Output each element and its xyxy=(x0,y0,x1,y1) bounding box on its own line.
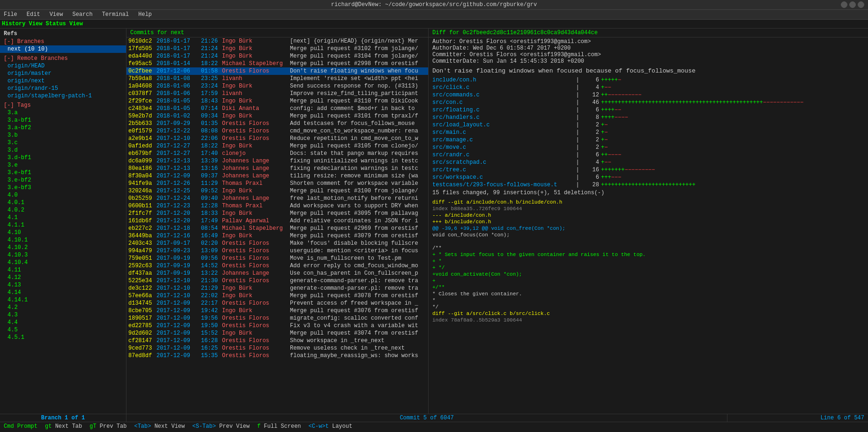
tag-item[interactable]: 3.e-bf2 xyxy=(0,176,126,184)
commit-date: 2017-12-09 xyxy=(156,337,201,344)
window-controls[interactable] xyxy=(841,1,864,8)
minimize-button[interactable] xyxy=(841,1,847,8)
commit-row[interactable]: 1a046082018-01-0623:24Ingo BürkSend succ… xyxy=(126,82,428,90)
commit-row[interactable]: eb679bf2017-12-2717:40clonejoDocs: state… xyxy=(126,150,428,157)
commit-row[interactable]: 87ed8df2017-12-0915:35Orestis Florosfloa… xyxy=(126,352,428,359)
commit-row[interactable]: 0600b112017-12-2312:28Thomas PraxlAdd wo… xyxy=(126,202,428,210)
commit-row[interactable]: 759e0512017-09-1909:56Orestis FlorosMove… xyxy=(126,255,428,262)
tag-item[interactable]: 4.11 xyxy=(0,266,126,274)
tag-item[interactable]: 4.5.1 xyxy=(0,334,126,341)
commit-row[interactable]: dc6a0992017-12-1313:39Johannes Langefixi… xyxy=(126,157,428,165)
menu-item-view[interactable]: View xyxy=(48,11,65,18)
commit-row[interactable]: cf281472017-12-0916:28Orestis FlorosShow… xyxy=(126,337,428,344)
commit-row[interactable]: eb227c22017-12-1808:54Michael Stapelberg… xyxy=(126,225,428,232)
commit-row[interactable]: e0f15792017-12-2208:08Orestis Floroscmd_… xyxy=(126,127,428,135)
commit-row[interactable]: ed227852017-12-0919:50Orestis FlorosFix … xyxy=(126,322,428,329)
commit-row[interactable]: 0c2fbee2017-12-0601:58Orestis FlorosDon'… xyxy=(126,67,428,75)
commit-row[interactable]: eda440d2018-01-1721:24Ingo BürkMerge pul… xyxy=(126,52,428,60)
commit-row[interactable]: d1347452017-12-0922:17Orestis FlorosPrev… xyxy=(126,300,428,307)
commit-row[interactable]: 2b5b6332017-09-2901:35Orestis FlorosAdd … xyxy=(126,120,428,127)
tag-item[interactable]: 3.e-bf1 xyxy=(0,169,126,176)
commit-row[interactable]: 80ea1862017-12-1313:16Johannes Langefixi… xyxy=(126,165,428,172)
commit-row[interactable]: 941fe9a2017-12-2611:29Thomas PraxlShorte… xyxy=(126,180,428,187)
diff-line: */ xyxy=(429,304,868,310)
commit-row[interactable]: 2f1fc7f2017-12-2018:33Ingo BürkMerge pul… xyxy=(126,210,428,217)
tag-item[interactable]: 4.14 xyxy=(0,289,126,296)
tag-item[interactable]: 3.c xyxy=(0,139,126,146)
tag-item[interactable]: 3.e xyxy=(0,161,126,169)
tag-item[interactable]: 3.b xyxy=(0,132,126,139)
tag-item[interactable]: 4.0 xyxy=(0,191,126,199)
commit-row[interactable]: 320246a2017-12-2509:52Ingo BürkMerge pul… xyxy=(126,187,428,195)
remote-branch-item[interactable]: origin/next xyxy=(0,77,126,85)
tag-item[interactable]: 4.13 xyxy=(0,281,126,289)
commit-row[interactable]: df437aa2017-09-1913:22Johannes LangeUse … xyxy=(126,270,428,277)
menu-item-search[interactable]: Search xyxy=(70,11,94,18)
commit-row[interactable]: 994a4792017-09-2313:09Orestis Florosuser… xyxy=(126,247,428,255)
tag-item[interactable]: 3.d-bf1 xyxy=(0,154,126,161)
commit-row[interactable]: 59e2b7d2018-01-0209:34Ingo BürkMerge pul… xyxy=(126,112,428,120)
commit-row[interactable]: 2592c632017-09-1914:52Orestis FlorosAdd … xyxy=(126,262,428,270)
remote-branch-item[interactable]: origin/master xyxy=(0,70,126,77)
menu-item-edit[interactable]: Edit xyxy=(25,11,42,18)
commit-row[interactable]: 8cbe7052017-12-0919:42Ingo BürkMerge pul… xyxy=(126,307,428,315)
tag-item[interactable]: 4.3 xyxy=(0,311,126,319)
author-value: Orestis Floros <orestisf1993@gmail.com> xyxy=(460,38,591,45)
diff-bar-sep: | xyxy=(573,144,582,151)
menu-item-help[interactable]: Help xyxy=(136,11,154,18)
commit-message: free last_motion_notify before returni xyxy=(290,195,418,202)
tag-item[interactable]: 4.10 xyxy=(0,229,126,236)
maximize-button[interactable] xyxy=(849,1,856,8)
tag-item[interactable]: 4.12 xyxy=(0,274,126,281)
tag-item[interactable]: 3.a xyxy=(0,109,126,117)
tag-item[interactable]: 4.0.1 xyxy=(0,199,126,206)
commit-row[interactable]: 36449ba2017-12-1616:49Ingo BürkMerge pul… xyxy=(126,232,428,240)
tag-item[interactable]: 4.5 xyxy=(0,326,126,334)
menu-item-file[interactable]: File xyxy=(2,11,19,18)
commit-row[interactable]: 5225e342017-12-1021:30Orestis Florosgene… xyxy=(126,277,428,285)
remote-branch-item[interactable]: origin/stapelberg-patch-1 xyxy=(0,92,126,100)
commit-row[interactable]: 8f30a042017-12-0909:37Johannes Langetili… xyxy=(126,172,428,180)
remote-branch-item[interactable]: origin/HEAD xyxy=(0,62,126,70)
active-branch[interactable]: next (10 10) xyxy=(0,45,126,53)
tag-item[interactable]: 4.0.2 xyxy=(0,206,126,214)
commit-row[interactable]: 9d2d6022017-12-0915:52Ingo BürkMerge pul… xyxy=(126,329,428,337)
tag-item[interactable]: 4.10.3 xyxy=(0,251,126,259)
tag-item[interactable]: 3.a-bf2 xyxy=(0,124,126,132)
commit-row[interactable]: 57ee66a2017-12-1022:02Ingo BürkMerge pul… xyxy=(126,292,428,300)
commit-row[interactable]: 17fd5052018-01-1721:24Ingo BürkMerge pul… xyxy=(126,45,428,52)
commit-row[interactable]: c2483e42018-01-0507:14Diki Anantaconfig:… xyxy=(126,105,428,112)
commit-row[interactable]: c0378f72018-01-0617:59livanhImprove resi… xyxy=(126,90,428,97)
tag-item[interactable]: 4.4 xyxy=(0,319,126,326)
tag-item[interactable]: 4.14.1 xyxy=(0,296,126,304)
commit-row[interactable]: 2f29fce2018-01-0518:43Ingo BürkMerge pul… xyxy=(126,97,428,105)
commit-row[interactable]: 9ced7732017-12-0916:25Orestis FlorosRemo… xyxy=(126,344,428,352)
commit-row[interactable]: 7b59da82018-01-0823:25livanhImplement 'r… xyxy=(126,75,428,82)
commit-row[interactable]: 18905172017-12-0919:56Orestis Florosmigr… xyxy=(126,315,428,322)
tag-item[interactable]: 3.a-bf1 xyxy=(0,117,126,124)
tag-item[interactable]: 4.1.1 xyxy=(0,221,126,229)
tag-item[interactable]: 4.2 xyxy=(0,304,126,311)
commit-row[interactable]: 9610dc22018-01-1721:26Ingo Bürk[next] {o… xyxy=(126,37,428,45)
commit-row[interactable]: 161db6f2017-12-2017:49Pallav AgarwalAdd … xyxy=(126,217,428,225)
commit-row[interactable]: 0b252592017-12-2409:40Johannes Langefree… xyxy=(126,195,428,202)
tag-item[interactable]: 3.e-bf3 xyxy=(0,184,126,191)
commit-row[interactable]: de3c1222017-12-1021:29Ingo Bürkgenerate-… xyxy=(126,285,428,292)
commit-row[interactable]: 2403c432017-09-1702:20Orestis FlorosMake… xyxy=(126,240,428,247)
status-left: Branch 1 of 1 xyxy=(0,414,126,422)
close-button[interactable] xyxy=(858,1,864,8)
tag-item[interactable]: 3.d xyxy=(0,146,126,154)
tag-item[interactable]: 4.10.4 xyxy=(0,259,126,266)
commit-row[interactable]: fe95ac52018-01-1418:22Michael Stapelberg… xyxy=(126,60,428,67)
commit-time: 22:02 xyxy=(201,293,222,299)
tag-item[interactable]: 4.10.1 xyxy=(0,236,126,244)
commit-author: Ingo Bürk xyxy=(222,330,290,337)
commit-row[interactable]: a2e9b142017-12-1022:06Orestis FlorosRedu… xyxy=(126,135,428,142)
commit-row[interactable]: 0af1edd2017-12-2718:22Ingo BürkMerge pul… xyxy=(126,142,428,150)
menu-item-terminal[interactable]: Terminal xyxy=(100,11,131,18)
remote-branch-item[interactable]: origin/randr-15 xyxy=(0,85,126,92)
tag-item[interactable]: 4.1 xyxy=(0,214,126,221)
cmd-prompt-label[interactable]: Cmd Prompt xyxy=(4,423,37,430)
tag-item[interactable]: 4.10.2 xyxy=(0,244,126,251)
keybind-fullscreen: f Full Screen xyxy=(257,423,301,430)
